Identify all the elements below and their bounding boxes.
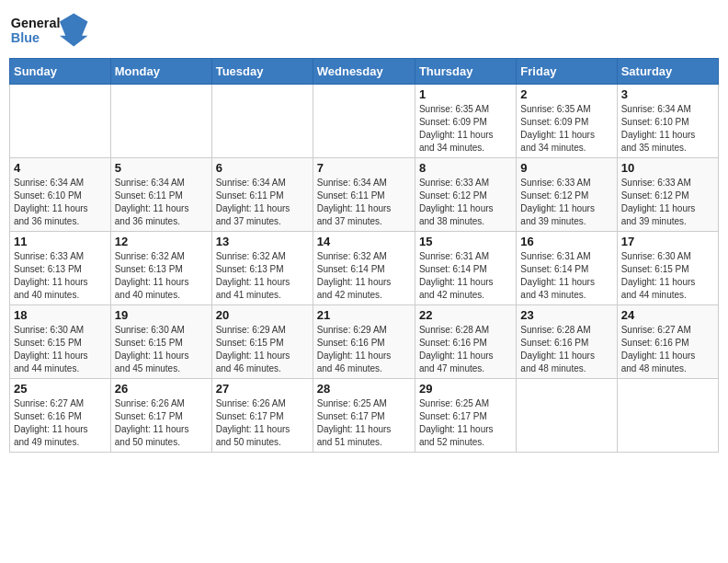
day-number: 23 xyxy=(520,308,612,322)
calendar-table: SundayMondayTuesdayWednesdayThursdayFrid… xyxy=(9,58,719,453)
calendar-cell: 3Sunrise: 6:34 AM Sunset: 6:10 PM Daylig… xyxy=(617,85,718,158)
day-number: 17 xyxy=(621,235,714,248)
header: General Blue xyxy=(9,9,719,51)
day-info: Sunrise: 6:29 AM Sunset: 6:16 PM Dayligh… xyxy=(317,324,411,375)
calendar-cell: 4Sunrise: 6:34 AM Sunset: 6:10 PM Daylig… xyxy=(10,158,111,232)
weekday-header-sunday: Sunday xyxy=(10,59,111,85)
day-info: Sunrise: 6:28 AM Sunset: 6:16 PM Dayligh… xyxy=(419,324,512,375)
calendar-cell: 7Sunrise: 6:34 AM Sunset: 6:11 PM Daylig… xyxy=(313,158,415,232)
day-number: 6 xyxy=(216,161,309,175)
logo-area: General Blue xyxy=(9,9,92,51)
calendar-week-4: 18Sunrise: 6:30 AM Sunset: 6:15 PM Dayli… xyxy=(10,305,719,379)
calendar-cell xyxy=(617,379,718,453)
calendar-cell: 20Sunrise: 6:29 AM Sunset: 6:15 PM Dayli… xyxy=(211,305,313,379)
calendar-cell: 1Sunrise: 6:35 AM Sunset: 6:09 PM Daylig… xyxy=(415,85,516,158)
calendar-cell: 25Sunrise: 6:27 AM Sunset: 6:16 PM Dayli… xyxy=(10,379,111,453)
day-info: Sunrise: 6:33 AM Sunset: 6:12 PM Dayligh… xyxy=(621,177,714,228)
day-number: 28 xyxy=(317,382,411,396)
calendar-cell: 9Sunrise: 6:33 AM Sunset: 6:12 PM Daylig… xyxy=(517,158,617,232)
day-number: 10 xyxy=(621,161,714,175)
weekday-header-thursday: Thursday xyxy=(415,59,516,85)
calendar-cell: 2Sunrise: 6:35 AM Sunset: 6:09 PM Daylig… xyxy=(517,85,617,158)
calendar-cell: 19Sunrise: 6:30 AM Sunset: 6:15 PM Dayli… xyxy=(110,305,211,379)
calendar-cell: 18Sunrise: 6:30 AM Sunset: 6:15 PM Dayli… xyxy=(10,305,111,379)
day-info: Sunrise: 6:26 AM Sunset: 6:17 PM Dayligh… xyxy=(216,397,309,449)
calendar-week-2: 4Sunrise: 6:34 AM Sunset: 6:10 PM Daylig… xyxy=(10,158,719,232)
day-info: Sunrise: 6:26 AM Sunset: 6:17 PM Dayligh… xyxy=(115,397,208,449)
calendar-cell: 11Sunrise: 6:33 AM Sunset: 6:13 PM Dayli… xyxy=(10,232,111,305)
day-number: 7 xyxy=(317,161,411,175)
calendar-cell: 28Sunrise: 6:25 AM Sunset: 6:17 PM Dayli… xyxy=(313,379,415,453)
day-number: 13 xyxy=(216,235,309,248)
day-info: Sunrise: 6:33 AM Sunset: 6:12 PM Dayligh… xyxy=(419,177,512,228)
day-number: 9 xyxy=(520,161,612,175)
day-number: 24 xyxy=(621,308,714,322)
day-number: 18 xyxy=(14,308,107,322)
calendar-cell: 15Sunrise: 6:31 AM Sunset: 6:14 PM Dayli… xyxy=(415,232,516,305)
calendar-cell xyxy=(10,85,111,158)
svg-marker-2 xyxy=(60,14,88,47)
calendar-cell xyxy=(211,85,313,158)
calendar-week-1: 1Sunrise: 6:35 AM Sunset: 6:09 PM Daylig… xyxy=(10,85,719,158)
day-info: Sunrise: 6:35 AM Sunset: 6:09 PM Dayligh… xyxy=(419,103,512,155)
day-number: 15 xyxy=(419,235,512,248)
day-number: 1 xyxy=(419,87,512,101)
calendar-cell: 27Sunrise: 6:26 AM Sunset: 6:17 PM Dayli… xyxy=(211,379,313,453)
day-number: 11 xyxy=(14,235,107,248)
day-number: 14 xyxy=(317,235,411,248)
calendar-cell: 24Sunrise: 6:27 AM Sunset: 6:16 PM Dayli… xyxy=(617,305,718,379)
weekday-header-monday: Monday xyxy=(110,59,211,85)
calendar-cell: 23Sunrise: 6:28 AM Sunset: 6:16 PM Dayli… xyxy=(517,305,617,379)
weekday-header-wednesday: Wednesday xyxy=(313,59,415,85)
weekday-header-friday: Friday xyxy=(517,59,617,85)
day-info: Sunrise: 6:25 AM Sunset: 6:17 PM Dayligh… xyxy=(419,397,512,449)
day-number: 25 xyxy=(14,382,107,396)
weekday-header-saturday: Saturday xyxy=(617,59,718,85)
day-info: Sunrise: 6:30 AM Sunset: 6:15 PM Dayligh… xyxy=(14,324,107,375)
day-info: Sunrise: 6:34 AM Sunset: 6:11 PM Dayligh… xyxy=(317,177,411,228)
day-info: Sunrise: 6:34 AM Sunset: 6:11 PM Dayligh… xyxy=(115,177,208,228)
day-info: Sunrise: 6:32 AM Sunset: 6:13 PM Dayligh… xyxy=(216,250,309,302)
day-info: Sunrise: 6:31 AM Sunset: 6:14 PM Dayligh… xyxy=(520,250,612,302)
day-number: 22 xyxy=(419,308,512,322)
day-number: 8 xyxy=(419,161,512,175)
generalblue-logo: General Blue xyxy=(9,9,92,51)
day-number: 19 xyxy=(115,308,208,322)
weekday-header-row: SundayMondayTuesdayWednesdayThursdayFrid… xyxy=(10,59,719,85)
calendar-cell: 12Sunrise: 6:32 AM Sunset: 6:13 PM Dayli… xyxy=(110,232,211,305)
day-info: Sunrise: 6:27 AM Sunset: 6:16 PM Dayligh… xyxy=(14,397,107,449)
day-number: 26 xyxy=(115,382,208,396)
calendar-cell: 6Sunrise: 6:34 AM Sunset: 6:11 PM Daylig… xyxy=(211,158,313,232)
weekday-header-tuesday: Tuesday xyxy=(211,59,313,85)
day-info: Sunrise: 6:30 AM Sunset: 6:15 PM Dayligh… xyxy=(621,250,714,302)
calendar-cell: 14Sunrise: 6:32 AM Sunset: 6:14 PM Dayli… xyxy=(313,232,415,305)
calendar-cell xyxy=(517,379,617,453)
day-info: Sunrise: 6:34 AM Sunset: 6:10 PM Dayligh… xyxy=(621,103,714,155)
calendar-cell: 8Sunrise: 6:33 AM Sunset: 6:12 PM Daylig… xyxy=(415,158,516,232)
day-info: Sunrise: 6:28 AM Sunset: 6:16 PM Dayligh… xyxy=(520,324,612,375)
svg-text:Blue: Blue xyxy=(11,30,40,45)
day-number: 2 xyxy=(520,87,612,101)
day-info: Sunrise: 6:33 AM Sunset: 6:13 PM Dayligh… xyxy=(14,250,107,302)
calendar-cell: 17Sunrise: 6:30 AM Sunset: 6:15 PM Dayli… xyxy=(617,232,718,305)
day-number: 5 xyxy=(115,161,208,175)
day-number: 20 xyxy=(216,308,309,322)
calendar-cell xyxy=(313,85,415,158)
day-number: 29 xyxy=(419,382,512,396)
calendar-week-5: 25Sunrise: 6:27 AM Sunset: 6:16 PM Dayli… xyxy=(10,379,719,453)
calendar-cell: 13Sunrise: 6:32 AM Sunset: 6:13 PM Dayli… xyxy=(211,232,313,305)
day-info: Sunrise: 6:31 AM Sunset: 6:14 PM Dayligh… xyxy=(419,250,512,302)
calendar-cell: 21Sunrise: 6:29 AM Sunset: 6:16 PM Dayli… xyxy=(313,305,415,379)
calendar-week-3: 11Sunrise: 6:33 AM Sunset: 6:13 PM Dayli… xyxy=(10,232,719,305)
calendar-cell: 10Sunrise: 6:33 AM Sunset: 6:12 PM Dayli… xyxy=(617,158,718,232)
day-number: 21 xyxy=(317,308,411,322)
day-number: 4 xyxy=(14,161,107,175)
svg-text:General: General xyxy=(11,16,61,30)
calendar-cell: 5Sunrise: 6:34 AM Sunset: 6:11 PM Daylig… xyxy=(110,158,211,232)
calendar-cell: 29Sunrise: 6:25 AM Sunset: 6:17 PM Dayli… xyxy=(415,379,516,453)
day-info: Sunrise: 6:32 AM Sunset: 6:14 PM Dayligh… xyxy=(317,250,411,302)
day-info: Sunrise: 6:33 AM Sunset: 6:12 PM Dayligh… xyxy=(520,177,612,228)
day-number: 12 xyxy=(115,235,208,248)
day-info: Sunrise: 6:25 AM Sunset: 6:17 PM Dayligh… xyxy=(317,397,411,449)
day-number: 27 xyxy=(216,382,309,396)
